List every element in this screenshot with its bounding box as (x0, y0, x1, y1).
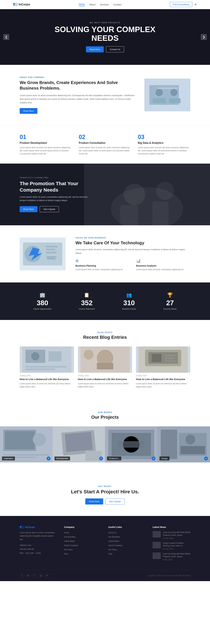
nav-contact[interactable]: Contact (113, 3, 121, 6)
blog-card-1: 19 May, 2029 How to Live a Balanced Life… (20, 346, 74, 388)
svg-rect-24 (47, 258, 55, 258)
hero-section: ❮ WE HELP YOUR PROJECTS SOLVING YOUR COM… (0, 9, 210, 65)
blog-post-title-3[interactable]: How to Live a Balanced Life like Everyon… (136, 378, 190, 381)
navbar: InCorpo Home About Services Contact Free… (0, 0, 210, 9)
nav-services[interactable]: Services (100, 3, 109, 6)
svg-rect-45 (5, 431, 34, 449)
svg-rect-64 (20, 528, 21, 528)
service-desc-3: Lorem ipsum dolor sit amet ctis amet con… (138, 146, 190, 156)
footer-news-img-0 (153, 531, 161, 538)
footer-phone: +64-201-360-89 (20, 547, 57, 551)
tech-section: FOCUS ON YOUR BUSINESS We Take Care Of Y… (0, 225, 210, 282)
footer-link-home[interactable]: Home (64, 532, 69, 534)
blog-post-title-2[interactable]: How to Live a Balanced Life like Everyon… (78, 378, 132, 381)
twitter-icon[interactable]: t (32, 573, 37, 578)
blog-image-2 (78, 346, 132, 373)
project-label-3: Design (159, 456, 169, 460)
hero-read-more-button[interactable]: Read More (86, 46, 104, 52)
footer-news-text-0: Learn by doing with Real World Projects … (163, 531, 190, 536)
hero-subtitle: WE HELP YOUR PROJECTS (55, 22, 155, 24)
footer-grid: InCorpo Lorem ipsum dolor sit amet, cons… (20, 526, 190, 563)
footer-useful-link-4[interactable]: Our Team (108, 548, 117, 551)
footer-link-team[interactable]: Our Team (64, 548, 72, 551)
footer-link-brandies[interactable]: Our Brandies (64, 536, 76, 538)
blog-post-desc-2: Lorem ipsum dolor sit amet non minimum a… (78, 382, 132, 388)
footer-news-img-2 (153, 552, 161, 559)
hero-contact-button[interactable]: Contact Us (106, 46, 124, 52)
footer-news-date-1: 10 Feb, 2019 (163, 548, 190, 550)
footer-link-faq[interactable]: FAQ (64, 553, 68, 555)
footer-news-title: Latest News (153, 526, 190, 528)
footer-link-about[interactable]: About Company (64, 544, 78, 546)
tech-feature-title-1: Business Planning (75, 264, 130, 267)
cta-buttons: Read More Get A Quote (20, 498, 190, 504)
nav-cta: Free Consultancy ☀ (170, 2, 197, 7)
about-image (144, 78, 190, 111)
stat-label-clients: Satisfied Clients (122, 308, 136, 310)
nav-about[interactable]: About (89, 3, 95, 6)
footer-useful-link-3[interactable]: About Company (108, 544, 122, 546)
tech-features: ⚙ Business Planning Lorem ipsum dolor si… (75, 259, 190, 271)
blog-image-3 (136, 346, 190, 373)
promo-quote-button[interactable]: Get A Quote (40, 206, 59, 212)
project-plus-3[interactable]: + (204, 456, 208, 460)
svg-rect-23 (47, 256, 57, 257)
about-read-more-button[interactable]: Read More (20, 108, 37, 114)
blog-image-1 (20, 346, 74, 373)
cta-quote-button[interactable]: Get A Quote (106, 498, 125, 504)
nav-home[interactable]: Home (79, 3, 85, 6)
svg-rect-14 (120, 205, 138, 225)
project-plus-0[interactable]: + (47, 456, 51, 460)
free-consultancy-button[interactable]: Free Consultancy (170, 2, 192, 7)
footer-link-news[interactable]: Latest News (64, 540, 75, 542)
svg-point-13 (156, 182, 174, 200)
footer-useful-link-5[interactable]: FAQ (108, 553, 112, 555)
hero-next-button[interactable]: ❯ (201, 34, 207, 40)
footer-useful-link-1[interactable]: Our Brandies (108, 536, 120, 538)
footer-news-date-0: 18 Feb, 2026 (163, 537, 190, 539)
project-plus-2[interactable]: + (152, 456, 156, 460)
about-title: We Grow Brands, Create Experiences And S… (20, 80, 135, 91)
project-card-0[interactable]: Inspiration + (0, 426, 53, 462)
footer-logo: InCorpo (20, 526, 57, 529)
project-label-0: Inspiration (2, 456, 15, 460)
cta-title: Let's Start A Project! Hire Us. (20, 489, 190, 494)
svg-rect-20 (46, 249, 55, 250)
stat-label-career: Career Opportunities (33, 308, 52, 310)
stat-income: 📋 352 Income Statement (79, 292, 95, 310)
project-plus-1[interactable]: + (99, 456, 103, 460)
blog-post-title-1[interactable]: How to Live a Balanced Life like Everyon… (20, 378, 74, 381)
svg-rect-65 (22, 526, 24, 529)
blog-card-3: 19 May, 2019 How to Live a Balanced Life… (136, 346, 190, 388)
stat-num-income: 352 (79, 299, 95, 307)
tech-desc: Lorem ipsum dolor sit amet, consectetur … (75, 248, 190, 255)
footer-useful-link-2[interactable]: Latest News (108, 540, 119, 542)
stat-career: 🏢 380 Career Opportunities (33, 292, 52, 310)
cta-read-more-button[interactable]: Read More (85, 498, 103, 504)
about-section: ABOUT OUR COMPANY We Grow Brands, Create… (0, 65, 210, 125)
svg-rect-2 (16, 3, 18, 6)
facebook-icon[interactable]: f (20, 573, 24, 578)
svg-rect-41 (165, 358, 174, 359)
instagram-icon[interactable]: in (26, 573, 31, 578)
linkedin-icon[interactable]: li (45, 573, 49, 578)
project-card-3[interactable]: Design + (157, 426, 210, 462)
svg-rect-62 (180, 446, 205, 454)
svg-point-61 (185, 434, 195, 444)
svg-rect-47 (3, 454, 49, 456)
footer-news-item-0: Learn by doing with Real World Projects … (153, 531, 190, 539)
theme-toggle-button[interactable]: ☀ (194, 3, 197, 6)
tech-title: We Take Care Of Your Technology (75, 240, 190, 246)
career-icon: 🏢 (33, 292, 52, 298)
google-icon[interactable]: g (38, 573, 43, 578)
stats-section: 🏢 380 Career Opportunities 📋 352 Income … (0, 282, 210, 320)
footer-useful-link-0[interactable]: About Us (108, 532, 116, 534)
cta-section: GET READY Let's Start A Project! Hire Us… (0, 474, 210, 516)
tech-feature-desc-1: Lorem ipsum dolor sit amet, consectetur … (75, 268, 130, 271)
hero-prev-button[interactable]: ❮ (3, 34, 9, 40)
project-card-1[interactable]: Development + (53, 426, 105, 462)
project-card-2[interactable]: Product D... + (105, 426, 157, 462)
promo-read-more-button[interactable]: Read More (20, 206, 37, 212)
services-section: 01 Product Development Lorem ipsum dolor… (0, 125, 210, 164)
promo-desc: Lorem ipsum dolor sit amet, consectetur … (20, 195, 92, 202)
